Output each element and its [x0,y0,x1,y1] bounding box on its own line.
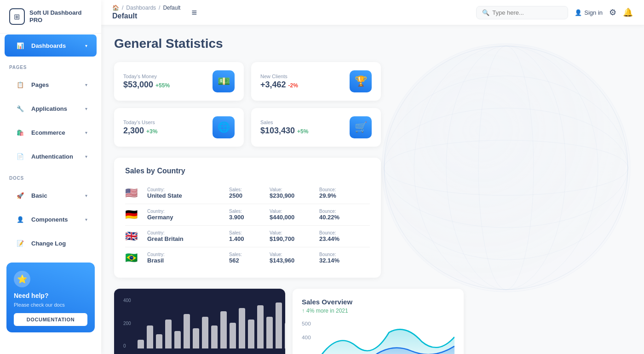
sidebar-item-dashboards[interactable]: 📊 Dashboards ▾ [5,34,97,57]
changelog-icon: 📝 [14,237,27,250]
chevron-pages-icon: ▾ [85,82,87,87]
bounce-brasil: 32.14% [319,257,370,264]
settings-button[interactable]: ⚙ [609,7,616,17]
sales-gb: 1.400 [229,235,266,242]
breadcrumb-dashboards[interactable]: Dashboards [126,5,156,11]
country-col-usa: Country: United State [147,187,225,199]
value-gb: $190,700 [270,235,316,242]
bounce-col-gb: Bounce: 23.44% [319,230,370,242]
country-row-gb: 🇬🇧 Country: Great Britain Sales: 1.400 V… [125,226,370,247]
stat-change-users: +3% [146,128,157,135]
sales-col-germany: Sales: 3.900 [229,209,266,221]
bar [239,308,245,348]
country-row-germany: 🇩🇪 Country: Germany Sales: 3.900 Value: … [125,204,370,226]
trend-up-icon: ↑ [302,308,305,314]
stat-value-clients: +3,462 -2% [260,80,298,90]
stat-icon-money: 💵 [213,70,235,92]
breadcrumb: 🏠 / Dashboards / Default [112,5,180,11]
overview-chart-area: 500 400 [302,319,454,354]
sidebar-item-basic[interactable]: 🚀 Basic ▾ [5,184,97,206]
country-name-gb: Great Britain [147,235,225,242]
value-col-usa: Value: $230,900 [270,187,316,199]
sales-col-usa: Sales: 2500 [229,187,266,199]
flag-germany: 🇩🇪 [125,209,144,221]
svg-point-0 [382,44,630,292]
overview-change: 4% more in 2021 [306,308,348,314]
chevron-applications-icon: ▾ [85,106,87,111]
ecommerce-icon: 🛍️ [14,126,27,139]
hamburger-button[interactable]: ≡ [191,7,197,18]
chevron-icon: ▾ [85,43,87,48]
bar [193,328,199,348]
stat-info-users: Today's Users 2,300 +3% [123,120,157,136]
signin-label: Sign in [584,9,603,16]
country-name-brasil: Brasil [147,257,225,264]
search-input[interactable] [492,9,562,16]
overview-title: Sales Overview [302,298,454,306]
sidebar-label-dashboards: Dashboards [31,42,80,49]
bar [248,320,254,348]
sidebar-item-applications[interactable]: 🔧 Applications ▾ [5,97,97,120]
bar-chart-card: 400 200 0 [114,289,285,354]
svg-point-5 [384,76,628,260]
bar [257,305,264,348]
bar [285,323,285,348]
stat-icon-sales: 🛒 [350,116,372,138]
flag-usa: 🇺🇸 [125,187,144,199]
svg-text:500: 500 [302,321,311,326]
stats-grid: Today's Money $53,000 +55% 💵 New Clients… [114,62,381,147]
y-label-0: 0 [123,343,131,348]
help-star-icon: ⭐ [14,271,30,287]
bounce-col-usa: Bounce: 29.9% [319,187,370,199]
stat-label-users: Today's Users [123,120,157,125]
stat-label-clients: New Clients [260,74,298,79]
flag-gb: 🇬🇧 [125,230,144,242]
bar [266,317,273,348]
signin-action[interactable]: 👤 Sign in [575,9,603,16]
sales-brasil: 562 [229,257,266,264]
sidebar: ⊞ Soft UI Dashboard PRO 📊 Dashboards ▾ P… [0,0,101,354]
stat-value-money: $53,000 +55% [123,80,170,90]
stat-change-money: +55% [155,82,170,89]
y-label-200: 200 [123,321,131,326]
svg-point-4 [384,108,628,228]
svg-point-2 [384,46,628,290]
stat-change-clients: -2% [288,82,298,89]
notifications-button[interactable]: 🔔 [623,7,633,17]
stat-label-sales: Sales [260,120,308,125]
logo-icon: ⊞ [9,8,25,25]
sales-by-country-card: Sales by Country 🇺🇸 Country: United Stat… [114,158,381,278]
bottom-charts: 400 200 0 Sales Overview ↑ 4% more in 20… [114,289,464,354]
documentation-button[interactable]: DOCUMENTATION [14,313,87,326]
bar [165,320,172,348]
sales-germany: 3.900 [229,214,266,221]
sidebar-item-pages[interactable]: 📋 Pages ▾ [5,74,97,96]
bar [138,340,144,348]
value-col-brasil: Value: $143,960 [270,252,316,264]
sales-col-brasil: Sales: 562 [229,252,266,264]
stat-info-clients: New Clients +3,462 -2% [260,74,298,90]
stat-value-users: 2,300 +3% [123,126,157,136]
stat-card-money: Today's Money $53,000 +55% 💵 [114,62,244,101]
value-col-germany: Value: $440,000 [270,209,316,221]
sales-col-gb: Sales: 1.400 [229,230,266,242]
search-icon: 🔍 [482,9,489,16]
bar [211,325,218,348]
topbar-left: 🏠 / Dashboards / Default Default ≡ [112,5,197,20]
app-name: Soft UI Dashboard PRO [29,9,92,23]
stat-label-money: Today's Money [123,74,170,79]
sidebar-label-ecommerce: Ecommerce [31,129,80,136]
sidebar-item-changelog[interactable]: 📝 Change Log [5,232,97,254]
bar [202,317,208,348]
bar [220,311,227,348]
bar [156,334,162,348]
sales-usa: 2500 [229,192,266,199]
value-brasil: $143,960 [270,257,316,264]
stat-icon-clients: 🏆 [350,70,372,92]
sidebar-item-authentication[interactable]: 📄 Authentication ▾ [5,145,97,167]
chevron-components-icon: ▾ [85,217,87,222]
topbar: 🏠 / Dashboards / Default Default ≡ 🔍 👤 S… [101,0,644,25]
sidebar-item-ecommerce[interactable]: 🛍️ Ecommerce ▾ [5,121,97,143]
svg-point-1 [382,44,630,292]
sidebar-item-components[interactable]: 👤 Components ▾ [5,208,97,230]
